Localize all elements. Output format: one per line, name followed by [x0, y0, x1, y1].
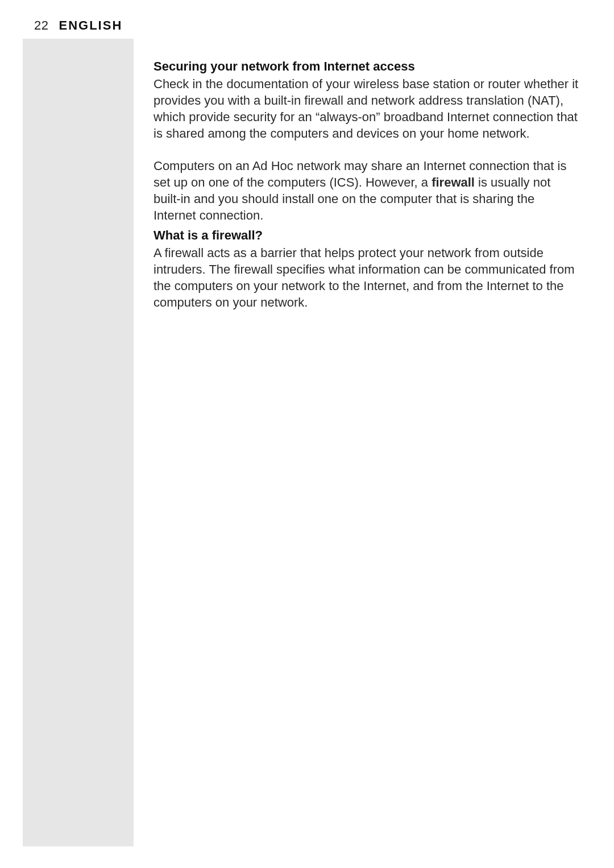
- bold-term-firewall: firewall: [432, 175, 475, 189]
- section-what-is-firewall: What is a firewall? A firewall acts as a…: [154, 227, 580, 311]
- page-header: 22 ENGLISH: [34, 18, 122, 33]
- section-securing-network: Securing your network from Internet acce…: [154, 58, 580, 224]
- body-paragraph: Computers on an Ad Hoc network may share…: [154, 158, 580, 224]
- section-heading: Securing your network from Internet acce…: [154, 58, 580, 75]
- language-label: ENGLISH: [59, 18, 122, 33]
- body-paragraph: A firewall acts as a barrier that helps …: [154, 245, 580, 311]
- body-paragraph: Check in the documentation of your wirel…: [154, 76, 580, 142]
- content-column: Securing your network from Internet acce…: [154, 58, 580, 311]
- manual-page: 22 ENGLISH Securing your network from In…: [0, 0, 614, 868]
- page-number: 22: [34, 18, 48, 33]
- sidebar-column: [23, 39, 134, 846]
- section-heading: What is a firewall?: [154, 227, 580, 243]
